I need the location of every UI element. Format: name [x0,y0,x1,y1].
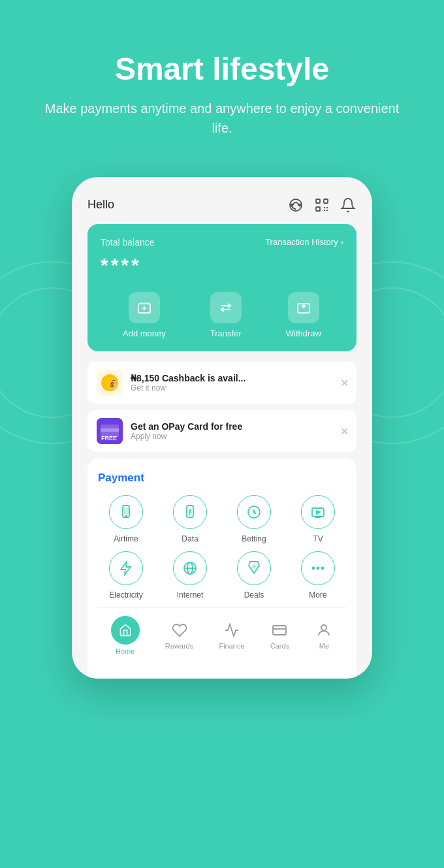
transfer-button[interactable]: Transfer [210,292,242,338]
betting-label: Betting [242,534,266,543]
phone-header: Hello [87,197,357,214]
cashback-notification[interactable]: 💰 ₦8,150 Cashback is avail... Get it now… [87,362,357,404]
svg-rect-17 [187,506,193,517]
svg-rect-29 [273,626,286,635]
phone-mockup: Hello [72,177,372,679]
internet-label: Internet [177,590,204,600]
data-button[interactable]: Data [162,495,218,543]
airtime-label: Airtime [114,534,138,543]
finance-nav-label: Finance [219,642,244,650]
scan-icon[interactable] [313,197,330,214]
greeting-text: Hello [87,198,114,212]
payment-grid-row1: Airtime Data [98,495,346,543]
cashback-close-button[interactable]: ✕ [340,376,349,389]
cards-icon [270,621,289,639]
deals-button[interactable]: Deals [226,551,282,600]
add-money-button[interactable]: Add money [123,292,166,338]
support-icon[interactable] [287,197,304,214]
nav-cards[interactable]: Cards [270,621,289,650]
nav-home[interactable]: Home [111,616,140,655]
deals-label: Deals [244,590,264,600]
tv-button[interactable]: TV [290,495,346,543]
header-icons [287,197,357,214]
rewards-icon [170,621,189,639]
svg-text:FREE: FREE [101,435,117,442]
svg-point-27 [317,567,319,569]
electricity-label: Electricity [109,590,142,600]
svg-rect-5 [316,207,320,211]
svg-rect-3 [316,199,320,203]
transfer-icon [210,292,242,323]
nav-finance[interactable]: Finance [219,621,244,650]
opay-card-icon: FREE [97,418,123,444]
more-label: More [309,590,326,600]
bottom-nav: Home Rewards [98,607,346,666]
payment-title: Payment [98,472,346,485]
more-icon [301,551,335,585]
electricity-icon [109,551,143,585]
nav-me[interactable]: Me [315,621,333,650]
hero-title: Smart lifestyle [39,52,405,87]
svg-point-25 [253,565,255,568]
svg-point-28 [322,567,324,569]
betting-icon [237,495,271,529]
payment-section: Payment Airtime [87,458,357,679]
opay-card-text: Get an OPay Card for free Apply now [131,421,242,441]
more-button[interactable]: More [290,551,346,600]
airtime-button[interactable]: Airtime [98,495,154,543]
rewards-nav-label: Rewards [165,642,193,650]
tv-icon [301,495,335,529]
withdraw-label: Withdraw [286,329,321,338]
opay-card-notification[interactable]: FREE Get an OPay Card for free Apply now… [87,410,357,452]
home-nav-label: Home [116,647,135,655]
svg-rect-4 [324,199,328,203]
balance-label: Total balance [101,237,155,248]
svg-rect-16 [124,508,128,513]
bell-icon[interactable] [340,197,357,214]
withdraw-button[interactable]: Withdraw [286,292,321,338]
tv-label: TV [313,534,323,543]
svg-point-31 [321,625,326,630]
hero-section: Smart lifestyle Make payments anytime an… [0,0,444,164]
withdraw-icon [288,292,319,323]
balance-card: Total balance Transaction History › **** [87,224,357,351]
svg-point-2 [299,204,301,206]
svg-text:💰: 💰 [106,377,119,389]
data-icon [173,495,207,529]
home-active-bg [111,616,140,645]
me-icon [315,621,333,639]
svg-marker-21 [317,511,320,514]
add-money-label: Add money [123,329,166,338]
cashback-text: ₦8,150 Cashback is avail... Get it now [131,373,246,393]
svg-point-1 [291,204,293,206]
svg-point-26 [313,567,315,569]
balance-actions: Add money Transfer [101,292,343,351]
svg-rect-12 [101,428,119,432]
transaction-history-link[interactable]: Transaction History › [265,237,343,247]
opay-card-close-button[interactable]: ✕ [340,425,349,437]
transfer-label: Transfer [210,329,242,338]
cashback-icon: 💰 [97,370,123,396]
balance-header: Total balance Transaction History › [101,237,343,248]
hero-subtitle: Make payments anytime and anywhere to en… [39,99,405,138]
airtime-icon [109,495,143,529]
electricity-button[interactable]: Electricity [98,551,154,600]
cards-nav-label: Cards [270,642,289,650]
betting-button[interactable]: Betting [226,495,282,543]
data-label: Data [182,534,198,543]
payment-grid-row2: Electricity Internet [98,551,346,600]
add-money-icon [129,292,160,323]
svg-point-19 [253,511,255,513]
balance-amount: **** [101,254,343,276]
internet-button[interactable]: Internet [162,551,218,600]
deals-icon [237,551,271,585]
finance-icon [223,621,241,639]
internet-icon [173,551,207,585]
phone-wrapper: Hello [0,177,444,679]
nav-rewards[interactable]: Rewards [165,621,193,650]
me-nav-label: Me [319,642,329,650]
